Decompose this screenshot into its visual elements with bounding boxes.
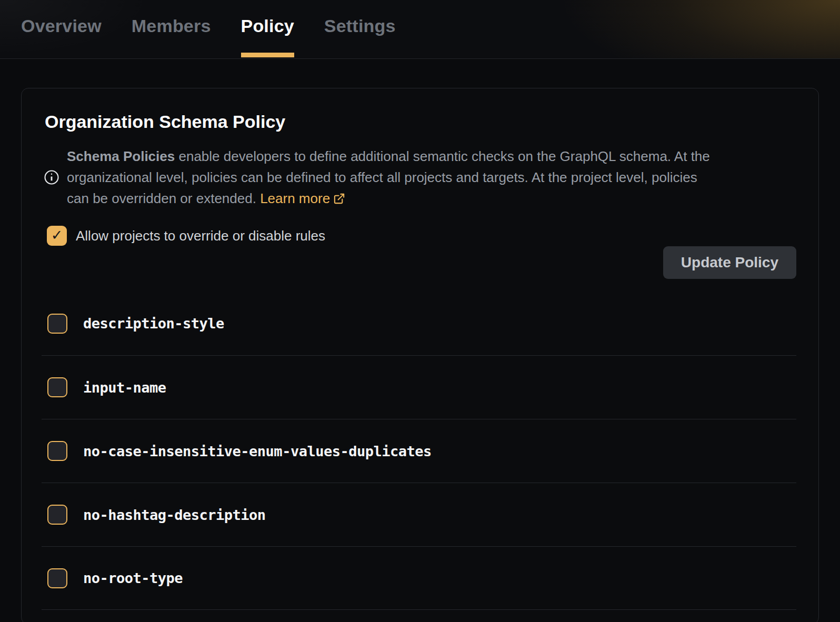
top-navigation: Overview Members Policy Settings [0, 0, 840, 59]
allow-override-checkbox[interactable]: ✓ [47, 226, 67, 246]
tab-settings[interactable]: Settings [324, 0, 396, 58]
main-content: Organization Schema Policy Schema Polici… [0, 59, 840, 622]
info-circle-icon [44, 169, 59, 185]
tab-label: Overview [21, 16, 102, 36]
rule-checkbox[interactable] [47, 314, 67, 334]
tab-label: Members [132, 16, 211, 36]
rules-list: description-style input-name no-case-ins… [42, 292, 796, 610]
rule-checkbox[interactable] [47, 377, 67, 397]
rule-row-no-case-insensitive-enum-values-duplicates: no-case-insensitive-enum-values-duplicat… [42, 419, 796, 483]
learn-more-label: Learn more [260, 190, 330, 206]
checkmark-icon: ✓ [51, 227, 63, 244]
rule-row-description-style: description-style [42, 292, 796, 355]
policy-description: Schema Policies enable developers to def… [44, 146, 796, 209]
rule-name-label: no-root-type [83, 570, 183, 586]
rule-row-no-hashtag-description: no-hashtag-description [42, 483, 796, 546]
policy-description-text: Schema Policies enable developers to def… [67, 146, 710, 209]
tab-overview[interactable]: Overview [21, 0, 102, 58]
external-link-icon [333, 193, 345, 205]
learn-more-link[interactable]: Learn more [260, 190, 345, 206]
rule-row-no-root-type: no-root-type [42, 546, 796, 610]
tab-members[interactable]: Members [132, 0, 211, 58]
rule-name-label: no-hashtag-description [83, 507, 266, 523]
tab-bar: Overview Members Policy Settings [0, 0, 840, 58]
rule-checkbox[interactable] [47, 441, 67, 461]
rule-name-label: description-style [83, 315, 224, 332]
rule-checkbox[interactable] [47, 505, 67, 525]
button-row: Update Policy [42, 246, 796, 279]
update-policy-button[interactable]: Update Policy [663, 246, 796, 279]
allow-override-label: Allow projects to override or disable ru… [76, 228, 325, 244]
tab-policy[interactable]: Policy [241, 0, 294, 58]
policy-card: Organization Schema Policy Schema Polici… [21, 88, 819, 622]
allow-override-row[interactable]: ✓ Allow projects to override or disable … [47, 226, 325, 246]
tab-label: Policy [241, 16, 294, 36]
rule-checkbox[interactable] [47, 568, 67, 588]
page-title: Organization Schema Policy [45, 112, 796, 132]
rule-name-label: input-name [83, 379, 166, 396]
tab-label: Settings [324, 16, 396, 36]
rule-name-label: no-case-insensitive-enum-values-duplicat… [83, 443, 432, 459]
description-lead: Schema Policies [67, 148, 175, 164]
rule-row-input-name: input-name [42, 355, 796, 419]
active-tab-underline [241, 53, 294, 57]
